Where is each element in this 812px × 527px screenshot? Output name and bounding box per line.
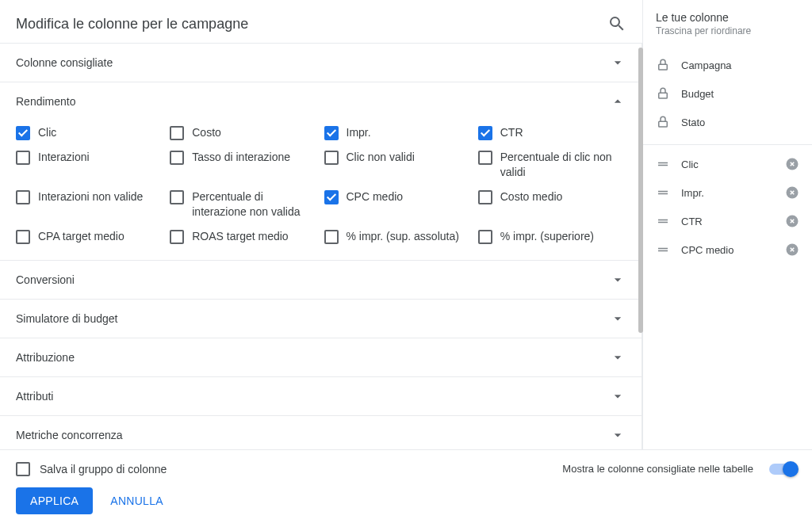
category-header[interactable]: Metriche concorrenza [0, 416, 642, 449]
svg-rect-3 [658, 162, 668, 164]
category-header[interactable]: Simulatore di budget [0, 300, 642, 338]
option-label: Interazioni [38, 150, 90, 165]
recommended-toggle[interactable] [769, 464, 796, 475]
category-header[interactable]: Colonne consigliate [0, 44, 642, 82]
metric-option[interactable]: Percentuale di interazione non valida [170, 189, 317, 220]
chevron-up-icon [610, 94, 626, 109]
save-preset-checkbox[interactable] [16, 462, 30, 476]
metric-option[interactable]: CTR [478, 125, 626, 140]
categories-list: Colonne consigliateRendimentoClicCostoIm… [0, 44, 642, 449]
option-label: Clic non validi [347, 150, 415, 165]
draggable-column[interactable]: CPC medio [643, 235, 812, 264]
svg-rect-10 [658, 222, 668, 223]
option-label: Costo [192, 125, 221, 140]
metric-option[interactable]: Tasso di interazione [170, 150, 317, 180]
locked-column: Campagna [643, 51, 812, 79]
header: Modifica le colonne per le campagne [0, 0, 642, 44]
metric-option[interactable]: % impr. (sup. assoluta) [324, 229, 472, 244]
metric-option[interactable]: CPC medio [324, 189, 472, 220]
category-header[interactable]: Rendimento [0, 82, 642, 120]
remove-icon[interactable] [785, 242, 799, 257]
category-title: Attribuzione [16, 351, 610, 364]
svg-rect-1 [659, 93, 668, 98]
cancel-button[interactable]: ANNULLA [101, 487, 173, 514]
metric-option[interactable]: Interazioni non valide [16, 189, 163, 220]
locked-column: Budget [643, 79, 812, 108]
remove-icon[interactable] [785, 214, 799, 228]
metric-option[interactable]: Costo medio [478, 189, 626, 220]
metric-option[interactable]: ROAS target medio [170, 229, 317, 244]
checkbox[interactable] [16, 151, 30, 165]
page-title: Modifica le colonne per le campagne [16, 16, 607, 32]
drag-handle-icon[interactable] [656, 242, 670, 257]
chevron-down-icon [610, 55, 626, 71]
option-label: Tasso di interazione [192, 150, 290, 165]
draggable-column[interactable]: CTR [643, 207, 812, 235]
svg-rect-12 [658, 248, 668, 250]
column-label: Campagna [681, 59, 799, 71]
category-title: Simulatore di budget [16, 312, 610, 325]
option-label: Interazioni non valide [38, 189, 143, 204]
checkbox[interactable] [478, 230, 492, 244]
right-header: Le tue colonne Trascina per riordinare [643, 0, 812, 46]
checkbox[interactable] [324, 190, 339, 204]
metric-option[interactable]: Interazioni [16, 150, 163, 180]
checkbox[interactable] [16, 126, 30, 140]
drag-handle-icon[interactable] [656, 157, 670, 171]
checkbox[interactable] [478, 151, 492, 165]
column-label: Stato [681, 116, 799, 128]
category-header[interactable]: Attribuzione [0, 338, 642, 376]
checkbox[interactable] [324, 230, 339, 244]
option-label: ROAS target medio [192, 229, 288, 244]
metric-option[interactable]: Costo [170, 125, 317, 140]
option-label: CPC medio [347, 189, 404, 204]
drag-handle-icon[interactable] [656, 185, 670, 200]
checkbox[interactable] [170, 151, 184, 165]
scrollbar[interactable] [638, 48, 643, 333]
metric-option[interactable]: % impr. (superiore) [478, 229, 626, 244]
svg-rect-9 [658, 220, 668, 221]
lock-icon [656, 86, 670, 101]
checkbox[interactable] [324, 126, 339, 140]
checkbox[interactable] [16, 190, 30, 204]
category-title: Attributi [16, 390, 610, 403]
svg-rect-2 [659, 121, 668, 127]
column-label: Budget [681, 88, 799, 100]
checkbox[interactable] [478, 126, 492, 140]
checkbox[interactable] [478, 190, 492, 204]
category-title: Metriche concorrenza [16, 429, 610, 441]
left-panel: Modifica le colonne per le campagne Colo… [0, 0, 642, 449]
column-label: Clic [681, 158, 774, 170]
option-label: % impr. (sup. assoluta) [347, 229, 459, 244]
remove-icon[interactable] [785, 185, 799, 200]
category-header[interactable]: Attributi [0, 377, 642, 415]
right-subtitle: Trascina per riordinare [656, 25, 799, 36]
metric-option[interactable]: Percentuale di clic non validi [478, 150, 626, 180]
right-title: Le tue colonne [656, 11, 799, 24]
svg-rect-13 [658, 250, 668, 252]
apply-button[interactable]: APPLICA [16, 487, 93, 514]
column-list: CampagnaBudgetStatoClicImpr.CTRCPC medio [643, 46, 812, 449]
checkbox[interactable] [324, 151, 339, 165]
draggable-column[interactable]: Impr. [643, 178, 812, 207]
draggable-column[interactable]: Clic [643, 150, 812, 178]
footer: Salva il gruppo di colonne Mostra le col… [0, 449, 812, 527]
checkbox[interactable] [170, 126, 184, 140]
metric-option[interactable]: CPA target medio [16, 229, 163, 244]
option-label: CTR [500, 125, 523, 140]
drag-handle-icon[interactable] [656, 214, 670, 228]
option-label: Costo medio [500, 189, 563, 204]
metric-option[interactable]: Clic [16, 125, 163, 140]
column-label: CTR [681, 216, 774, 227]
chevron-down-icon [610, 311, 626, 327]
checkbox[interactable] [16, 230, 30, 244]
checkbox[interactable] [170, 230, 184, 244]
category-header[interactable]: Conversioni [0, 261, 642, 299]
search-icon[interactable] [607, 14, 626, 33]
category-title: Rendimento [16, 95, 610, 108]
metric-option[interactable]: Clic non validi [324, 150, 472, 180]
checkbox[interactable] [170, 190, 184, 204]
column-label: CPC medio [681, 244, 774, 256]
remove-icon[interactable] [785, 157, 799, 171]
metric-option[interactable]: Impr. [324, 125, 472, 140]
